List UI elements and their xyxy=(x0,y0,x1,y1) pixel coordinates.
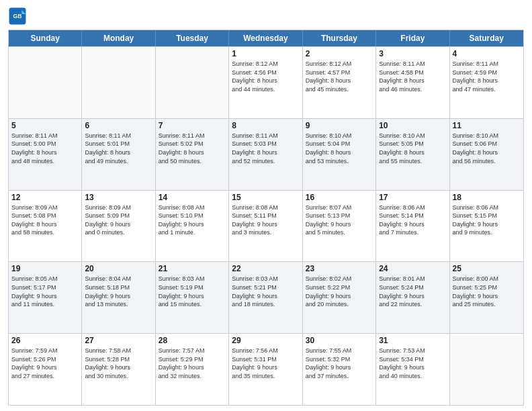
day-header-sunday: Sunday xyxy=(9,30,82,46)
day-number: 19 xyxy=(11,264,79,273)
day-number: 21 xyxy=(159,264,226,273)
day-number: 17 xyxy=(379,193,446,202)
calendar-day-3: 3Sunrise: 8:11 AM Sunset: 4:58 PM Daylig… xyxy=(376,47,449,118)
day-info: Sunrise: 8:11 AM Sunset: 4:59 PM Dayligh… xyxy=(453,60,521,93)
day-number: 14 xyxy=(159,193,226,202)
calendar-empty-cell xyxy=(82,47,155,118)
calendar-day-28: 28Sunrise: 7:57 AM Sunset: 5:29 PM Dayli… xyxy=(156,334,229,405)
day-info: Sunrise: 8:05 AM Sunset: 5:17 PM Dayligh… xyxy=(11,275,79,308)
calendar-empty-cell xyxy=(9,47,82,118)
calendar-day-25: 25Sunrise: 8:00 AM Sunset: 5:25 PM Dayli… xyxy=(450,262,523,333)
day-number: 9 xyxy=(306,121,373,130)
calendar-day-4: 4Sunrise: 8:11 AM Sunset: 4:59 PM Daylig… xyxy=(450,47,523,118)
calendar-day-1: 1Sunrise: 8:12 AM Sunset: 4:56 PM Daylig… xyxy=(229,47,302,118)
day-number: 22 xyxy=(232,264,299,273)
day-info: Sunrise: 8:06 AM Sunset: 5:15 PM Dayligh… xyxy=(453,203,521,237)
day-info: Sunrise: 8:11 AM Sunset: 4:58 PM Dayligh… xyxy=(379,60,446,93)
day-number: 8 xyxy=(232,121,299,130)
calendar-day-27: 27Sunrise: 7:58 AM Sunset: 5:28 PM Dayli… xyxy=(82,334,155,405)
day-info: Sunrise: 8:12 AM Sunset: 4:57 PM Dayligh… xyxy=(306,60,373,93)
calendar-day-7: 7Sunrise: 8:11 AM Sunset: 5:02 PM Daylig… xyxy=(156,119,229,190)
day-number: 2 xyxy=(306,49,373,58)
day-info: Sunrise: 7:56 AM Sunset: 5:31 PM Dayligh… xyxy=(232,347,299,380)
day-number: 3 xyxy=(379,49,446,58)
calendar-day-30: 30Sunrise: 7:55 AM Sunset: 5:32 PM Dayli… xyxy=(303,334,376,405)
day-info: Sunrise: 8:11 AM Sunset: 5:00 PM Dayligh… xyxy=(11,132,79,165)
calendar-day-19: 19Sunrise: 8:05 AM Sunset: 5:17 PM Dayli… xyxy=(9,262,82,333)
day-header-tuesday: Tuesday xyxy=(156,30,229,46)
day-number: 5 xyxy=(11,121,79,130)
calendar-week-2: 5Sunrise: 8:11 AM Sunset: 5:00 PM Daylig… xyxy=(9,118,523,190)
day-number: 7 xyxy=(159,121,226,130)
calendar-header: SundayMondayTuesdayWednesdayThursdayFrid… xyxy=(9,30,523,46)
day-info: Sunrise: 8:04 AM Sunset: 5:18 PM Dayligh… xyxy=(85,275,152,308)
header: GB xyxy=(8,7,524,26)
day-info: Sunrise: 8:12 AM Sunset: 4:56 PM Dayligh… xyxy=(232,60,299,93)
day-number: 15 xyxy=(232,193,299,202)
calendar-day-20: 20Sunrise: 8:04 AM Sunset: 5:18 PM Dayli… xyxy=(82,262,155,333)
day-info: Sunrise: 7:57 AM Sunset: 5:29 PM Dayligh… xyxy=(159,347,226,380)
day-number: 28 xyxy=(159,336,226,345)
calendar-week-5: 26Sunrise: 7:59 AM Sunset: 5:26 PM Dayli… xyxy=(9,333,523,405)
day-number: 25 xyxy=(453,264,521,273)
day-info: Sunrise: 8:10 AM Sunset: 5:06 PM Dayligh… xyxy=(453,132,521,165)
day-number: 29 xyxy=(232,336,299,345)
calendar-day-5: 5Sunrise: 8:11 AM Sunset: 5:00 PM Daylig… xyxy=(9,119,82,190)
calendar-day-11: 11Sunrise: 8:10 AM Sunset: 5:06 PM Dayli… xyxy=(450,119,523,190)
day-info: Sunrise: 8:10 AM Sunset: 5:05 PM Dayligh… xyxy=(379,132,446,165)
calendar-day-17: 17Sunrise: 8:06 AM Sunset: 5:14 PM Dayli… xyxy=(376,191,449,262)
calendar-day-22: 22Sunrise: 8:03 AM Sunset: 5:21 PM Dayli… xyxy=(229,262,302,333)
day-info: Sunrise: 7:55 AM Sunset: 5:32 PM Dayligh… xyxy=(306,347,373,380)
day-info: Sunrise: 8:10 AM Sunset: 5:04 PM Dayligh… xyxy=(306,132,373,165)
day-info: Sunrise: 7:58 AM Sunset: 5:28 PM Dayligh… xyxy=(85,347,152,380)
day-info: Sunrise: 8:06 AM Sunset: 5:14 PM Dayligh… xyxy=(379,203,446,237)
day-number: 4 xyxy=(453,49,521,58)
day-info: Sunrise: 8:11 AM Sunset: 5:01 PM Dayligh… xyxy=(85,132,152,165)
day-number: 23 xyxy=(306,264,373,273)
day-number: 30 xyxy=(306,336,373,345)
calendar-day-14: 14Sunrise: 8:08 AM Sunset: 5:10 PM Dayli… xyxy=(156,191,229,262)
day-header-wednesday: Wednesday xyxy=(229,30,302,46)
calendar-day-26: 26Sunrise: 7:59 AM Sunset: 5:26 PM Dayli… xyxy=(9,334,82,405)
day-number: 26 xyxy=(11,336,79,345)
day-header-saturday: Saturday xyxy=(450,30,523,46)
day-info: Sunrise: 8:11 AM Sunset: 5:02 PM Dayligh… xyxy=(159,132,226,165)
calendar-day-13: 13Sunrise: 8:09 AM Sunset: 5:09 PM Dayli… xyxy=(82,191,155,262)
calendar-day-29: 29Sunrise: 7:56 AM Sunset: 5:31 PM Dayli… xyxy=(229,334,302,405)
calendar-empty-cell xyxy=(450,334,523,405)
calendar-day-2: 2Sunrise: 8:12 AM Sunset: 4:57 PM Daylig… xyxy=(303,47,376,118)
calendar-day-10: 10Sunrise: 8:10 AM Sunset: 5:05 PM Dayli… xyxy=(376,119,449,190)
calendar-day-9: 9Sunrise: 8:10 AM Sunset: 5:04 PM Daylig… xyxy=(303,119,376,190)
logo-icon: GB xyxy=(8,7,27,26)
day-number: 13 xyxy=(85,193,152,202)
day-number: 16 xyxy=(306,193,373,202)
day-info: Sunrise: 8:08 AM Sunset: 5:11 PM Dayligh… xyxy=(232,203,299,237)
calendar-day-23: 23Sunrise: 8:02 AM Sunset: 5:22 PM Dayli… xyxy=(303,262,376,333)
day-number: 11 xyxy=(453,121,521,130)
day-number: 6 xyxy=(85,121,152,130)
day-info: Sunrise: 7:59 AM Sunset: 5:26 PM Dayligh… xyxy=(11,347,79,380)
day-info: Sunrise: 7:53 AM Sunset: 5:34 PM Dayligh… xyxy=(379,347,446,380)
day-info: Sunrise: 8:09 AM Sunset: 5:08 PM Dayligh… xyxy=(11,203,79,237)
calendar-empty-cell xyxy=(156,47,229,118)
day-number: 18 xyxy=(453,193,521,202)
calendar-day-18: 18Sunrise: 8:06 AM Sunset: 5:15 PM Dayli… xyxy=(450,191,523,262)
calendar-body: 1Sunrise: 8:12 AM Sunset: 4:56 PM Daylig… xyxy=(9,46,523,405)
day-number: 24 xyxy=(379,264,446,273)
day-number: 27 xyxy=(85,336,152,345)
day-number: 10 xyxy=(379,121,446,130)
day-number: 31 xyxy=(379,336,446,345)
logo: GB xyxy=(8,7,30,26)
day-info: Sunrise: 8:11 AM Sunset: 5:03 PM Dayligh… xyxy=(232,132,299,165)
day-info: Sunrise: 8:02 AM Sunset: 5:22 PM Dayligh… xyxy=(306,275,373,308)
calendar-day-15: 15Sunrise: 8:08 AM Sunset: 5:11 PM Dayli… xyxy=(229,191,302,262)
calendar-day-6: 6Sunrise: 8:11 AM Sunset: 5:01 PM Daylig… xyxy=(82,119,155,190)
day-info: Sunrise: 8:00 AM Sunset: 5:25 PM Dayligh… xyxy=(453,275,521,308)
day-info: Sunrise: 8:09 AM Sunset: 5:09 PM Dayligh… xyxy=(85,203,152,237)
calendar-week-3: 12Sunrise: 8:09 AM Sunset: 5:08 PM Dayli… xyxy=(9,190,523,262)
day-number: 12 xyxy=(11,193,79,202)
day-info: Sunrise: 8:08 AM Sunset: 5:10 PM Dayligh… xyxy=(159,203,226,237)
calendar-week-4: 19Sunrise: 8:05 AM Sunset: 5:17 PM Dayli… xyxy=(9,261,523,333)
calendar-week-1: 1Sunrise: 8:12 AM Sunset: 4:56 PM Daylig… xyxy=(9,46,523,118)
day-number: 20 xyxy=(85,264,152,273)
